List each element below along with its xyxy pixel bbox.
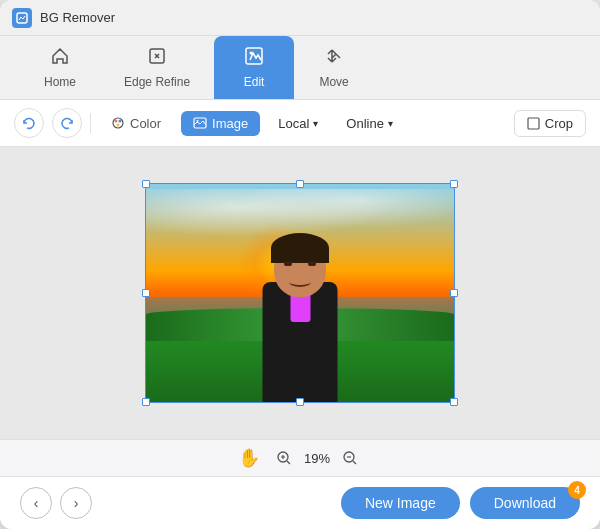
title-bar: BG Remover — [0, 0, 600, 36]
image-container[interactable] — [145, 183, 455, 403]
online-chevron-icon: ▾ — [388, 118, 393, 129]
app-icon — [12, 8, 32, 28]
home-icon — [50, 46, 70, 71]
handle-top-left[interactable] — [142, 180, 150, 188]
tab-edge-refine[interactable]: Edge Refine — [100, 36, 214, 99]
redo-button[interactable] — [52, 108, 82, 138]
nav-tabs: Home Edge Refine Edit — [0, 36, 600, 100]
svg-point-5 — [115, 120, 118, 123]
download-label: Download — [494, 495, 556, 511]
prev-icon: ‹ — [34, 495, 39, 511]
svg-point-7 — [117, 124, 120, 127]
crop-label: Crop — [545, 116, 573, 131]
image-tab-label: Image — [212, 116, 248, 131]
local-dropdown[interactable]: Local ▾ — [268, 111, 328, 136]
handle-top-right[interactable] — [450, 180, 458, 188]
zoom-percent: 19% — [304, 451, 330, 466]
action-bar: ‹ › New Image Download 4 — [0, 476, 600, 529]
local-chevron-icon: ▾ — [313, 118, 318, 129]
new-image-button[interactable]: New Image — [341, 487, 460, 519]
toolbar-divider-1 — [90, 113, 91, 133]
handle-mid-right[interactable] — [450, 289, 458, 297]
next-button[interactable]: › — [60, 487, 92, 519]
nav-arrows: ‹ › — [20, 487, 92, 519]
crop-button[interactable]: Crop — [514, 110, 586, 137]
tab-home-label: Home — [44, 75, 76, 89]
handle-bottom-right[interactable] — [450, 398, 458, 406]
color-tab[interactable]: Color — [99, 111, 173, 136]
toolbar: Color Image Local ▾ Online ▾ Crop — [0, 100, 600, 147]
person-hair — [271, 233, 329, 263]
zoom-in-button[interactable] — [272, 446, 296, 470]
edit-icon — [244, 46, 264, 71]
image-preview — [146, 184, 454, 402]
person-smile — [289, 277, 311, 287]
zoom-bar: ✋ 19% — [0, 439, 600, 476]
action-buttons: New Image Download 4 — [341, 487, 580, 519]
download-button[interactable]: Download 4 — [470, 487, 580, 519]
person-eye-right — [308, 261, 316, 266]
tab-edit[interactable]: Edit — [214, 36, 294, 99]
canvas-area — [0, 147, 600, 439]
svg-point-6 — [119, 120, 122, 123]
tab-home[interactable]: Home — [20, 36, 100, 99]
handle-bottom-left[interactable] — [142, 398, 150, 406]
online-label: Online — [346, 116, 384, 131]
tab-edit-label: Edit — [244, 75, 265, 89]
undo-button[interactable] — [14, 108, 44, 138]
person-head — [274, 239, 326, 297]
prev-button[interactable]: ‹ — [20, 487, 52, 519]
svg-point-3 — [250, 52, 253, 55]
color-tab-label: Color — [130, 116, 161, 131]
handle-bottom-mid[interactable] — [296, 398, 304, 406]
handle-mid-left[interactable] — [142, 289, 150, 297]
download-badge: 4 — [568, 481, 586, 499]
tab-move-label: Move — [319, 75, 348, 89]
move-icon — [324, 46, 344, 71]
tab-edge-refine-label: Edge Refine — [124, 75, 190, 89]
next-icon: › — [74, 495, 79, 511]
hand-cursor-icon[interactable]: ✋ — [238, 447, 260, 469]
svg-rect-10 — [528, 118, 539, 129]
person-eye-left — [284, 261, 292, 266]
local-label: Local — [278, 116, 309, 131]
zoom-out-button[interactable] — [338, 446, 362, 470]
person-body — [263, 282, 338, 402]
app-window: BG Remover Home Edge Refine — [0, 0, 600, 529]
handle-top-mid[interactable] — [296, 180, 304, 188]
edge-refine-icon — [147, 46, 167, 71]
zoom-control: 19% — [272, 446, 362, 470]
image-tab[interactable]: Image — [181, 111, 260, 136]
online-dropdown[interactable]: Online ▾ — [336, 111, 403, 136]
tab-move[interactable]: Move — [294, 36, 374, 99]
svg-point-9 — [197, 120, 199, 122]
app-title: BG Remover — [40, 10, 115, 25]
